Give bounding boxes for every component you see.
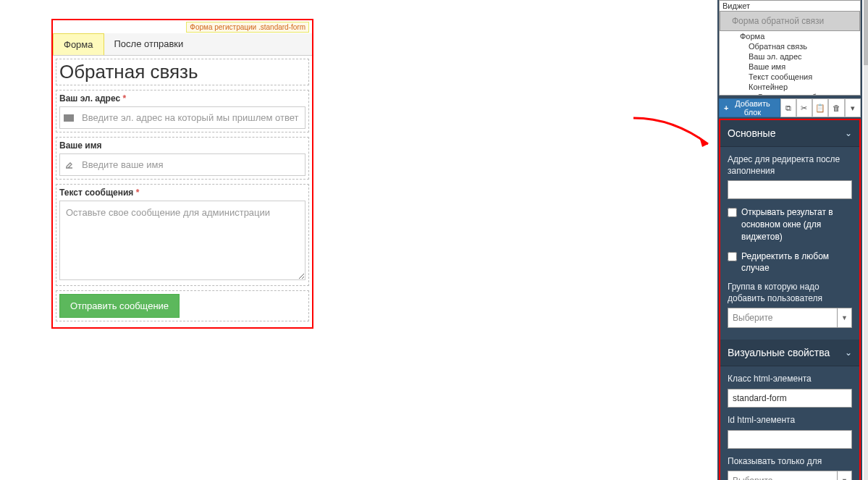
redirect-any-label: Редиректить в любом случае — [741, 250, 852, 275]
chevron-down-icon: ▾ — [851, 104, 855, 113]
tree-item[interactable]: Форма — [720, 31, 860, 41]
paste-button[interactable]: 📋 — [812, 98, 828, 117]
copy-button[interactable]: ⧉ — [780, 98, 796, 117]
label-email: Ваш эл. адрес * — [59, 93, 306, 104]
more-button[interactable]: ▾ — [845, 98, 861, 117]
show-only-select-wrap: Выберите ▼ — [728, 471, 852, 480]
label-email-text: Ваш эл. адрес — [59, 93, 120, 104]
form-canvas: Форма регистрации .standard-form Форма П… — [51, 19, 313, 329]
redirect-label: Адрес для редиректа после заполнения — [728, 154, 852, 177]
sidebar: Виджет Форма обратной связиФормаОбратная… — [717, 0, 862, 480]
paste-icon: 📋 — [815, 104, 825, 113]
section-main-title: Основные — [728, 127, 775, 139]
name-input[interactable] — [77, 154, 305, 175]
email-input[interactable] — [77, 107, 305, 128]
plus-icon: + — [724, 104, 728, 112]
cut-button[interactable]: ✂ — [796, 98, 812, 117]
add-block-button[interactable]: +Добавить блок — [719, 98, 780, 117]
chevron-down-icon: ⌄ — [845, 348, 852, 358]
show-only-label: Показывать только для — [728, 456, 852, 468]
block-toolbar: +Добавить блок ⧉ ✂ 📋 🗑 ▾ — [719, 98, 861, 117]
tab-after-submit[interactable]: После отправки — [104, 33, 194, 55]
class-input[interactable] — [728, 389, 852, 408]
open-main-checkbox[interactable] — [728, 208, 737, 217]
delete-button[interactable]: 🗑 — [828, 98, 844, 117]
form-tabs: Форма После отправки — [53, 33, 312, 56]
form-title[interactable]: Обратная связь — [56, 59, 309, 85]
message-textarea[interactable] — [59, 201, 306, 280]
label-name: Ваше имя — [59, 140, 306, 151]
section-visual-title: Визуальные свойства — [728, 347, 830, 358]
properties-panel: Основные ⌄ Адрес для редиректа после зап… — [719, 119, 861, 480]
section-visual-header[interactable]: Визуальные свойства ⌄ — [720, 340, 859, 366]
redirect-any-checkbox[interactable] — [728, 252, 737, 261]
id-label: Id html-элемента — [728, 415, 852, 426]
label-message: Текст сообщения * — [59, 188, 306, 198]
required-asterisk: * — [122, 93, 126, 104]
input-wrapper-email — [59, 106, 306, 129]
block-tree[interactable]: Виджет Форма обратной связиФормаОбратная… — [719, 0, 861, 96]
group-label: Группа в которую надо добавить пользоват… — [728, 282, 852, 304]
chevron-down-icon[interactable]: ▼ — [838, 471, 852, 480]
field-name[interactable]: Ваше имя — [56, 137, 309, 180]
tree-item[interactable]: Обратная связь — [720, 41, 860, 51]
edit-icon — [60, 160, 77, 169]
tree-root[interactable]: Виджет — [720, 1, 860, 11]
chevron-down-icon: ⌄ — [845, 128, 852, 138]
envelope-icon — [60, 114, 77, 122]
submit-container[interactable]: Отправить сообщение — [56, 290, 309, 321]
tab-form[interactable]: Форма — [53, 33, 104, 55]
section-main-body: Адрес для редиректа после заполнения Отк… — [720, 147, 859, 340]
pointer-arrow — [630, 112, 717, 156]
page-scrollbar[interactable] — [864, 0, 868, 480]
tree-item[interactable]: Форма обратной связи — [720, 11, 860, 31]
input-wrapper-name — [59, 153, 306, 176]
tree-item[interactable]: Ваше имя — [720, 62, 860, 72]
tree-item[interactable]: Отправить сообщение — [720, 92, 860, 96]
chevron-down-icon[interactable]: ▼ — [838, 308, 852, 328]
required-asterisk: * — [136, 188, 140, 198]
field-email[interactable]: Ваш эл. адрес * — [56, 90, 309, 132]
redirect-any-checkbox-row[interactable]: Редиректить в любом случае — [728, 250, 852, 275]
scrollbar-thumb[interactable] — [864, 0, 868, 65]
canvas-badge: Форма регистрации .standard-form — [186, 22, 309, 33]
show-only-select[interactable]: Выберите — [728, 471, 838, 480]
copy-icon: ⧉ — [785, 104, 791, 113]
tree-item[interactable]: Контейнер — [720, 82, 860, 92]
open-main-label: Открывать результат в основном окне (для… — [741, 206, 852, 243]
submit-button[interactable]: Отправить сообщение — [59, 294, 180, 318]
group-select[interactable]: Выберите — [728, 308, 838, 328]
id-input[interactable] — [728, 430, 852, 449]
field-message[interactable]: Текст сообщения * — [56, 184, 309, 286]
tree-item[interactable]: Ваш эл. адрес — [720, 51, 860, 62]
group-select-wrap: Выберите ▼ — [728, 308, 852, 328]
open-main-checkbox-row[interactable]: Открывать результат в основном окне (для… — [728, 206, 852, 243]
class-label: Класс html-элемента — [728, 374, 852, 385]
add-block-label: Добавить блок — [730, 99, 775, 117]
label-message-text: Текст сообщения — [59, 188, 133, 198]
form-body: Обратная связь Ваш эл. адрес * Ваше имя — [53, 56, 312, 327]
tree-item[interactable]: Текст сообщения — [720, 72, 860, 82]
section-main-header[interactable]: Основные ⌄ — [720, 120, 859, 147]
trash-icon: 🗑 — [833, 104, 840, 112]
scissors-icon: ✂ — [801, 104, 807, 113]
redirect-input[interactable] — [728, 180, 852, 199]
section-visual-body: Класс html-элемента Id html-элемента Пок… — [720, 366, 859, 480]
